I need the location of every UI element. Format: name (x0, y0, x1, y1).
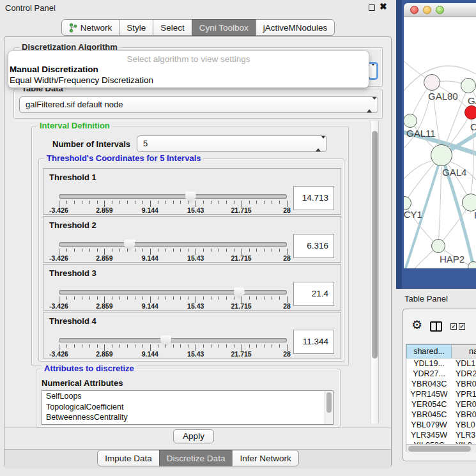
network-canvas[interactable]: GAL80GACGAL11GAL4GCY1HHAP2 (404, 17, 476, 268)
tick-mark (112, 344, 112, 348)
tick-mark (119, 201, 120, 204)
tick-mark (211, 296, 211, 300)
checkbox-icon[interactable]: ✓ (450, 323, 457, 330)
columns-icon[interactable] (430, 321, 442, 332)
table-row[interactable]: YDL19...YDL1 (406, 358, 476, 369)
network-node[interactable] (424, 74, 440, 91)
tick-label: -3.426 (49, 350, 68, 358)
checkbox-icon[interactable]: ✓ (459, 323, 465, 330)
table-row[interactable]: YBR043CYBR0 (406, 379, 476, 389)
table-cell-shared-name: YER054C (406, 399, 452, 410)
tick-mark (66, 296, 67, 300)
tab-select[interactable]: Select (153, 19, 192, 36)
table-cell-shared-name: YLR345W (406, 430, 452, 440)
tab-network[interactable]: Network (61, 19, 120, 36)
content-scrollbar[interactable] (370, 121, 379, 424)
network-node[interactable] (431, 144, 452, 166)
tab-cyni-toolbox[interactable]: Cyni Toolbox (192, 19, 256, 36)
algorithm-option-equal-width[interactable]: Equal Width/Frequency Discretization (10, 75, 153, 85)
zoom-traffic-light[interactable] (436, 6, 444, 14)
tick-mark (203, 249, 204, 252)
minimize-traffic-light[interactable] (423, 6, 431, 14)
tick-mark (74, 296, 75, 300)
network-node[interactable] (431, 239, 445, 253)
table-row[interactable]: YER054CYER0 (406, 399, 476, 410)
network-window-titlebar[interactable] (404, 3, 476, 17)
network-node[interactable] (468, 261, 476, 268)
table-cell-shared-name: YBR043C (406, 379, 452, 389)
tab-impute-data[interactable]: Impute Data (97, 450, 160, 466)
list-item[interactable]: BetweennessCentrality (42, 412, 333, 423)
threshold-value-field[interactable]: 11.344 (293, 330, 334, 354)
attributes-scrollbar[interactable] (325, 391, 333, 424)
threshold-value-field[interactable]: 6.316 (293, 234, 334, 258)
network-node[interactable] (461, 78, 476, 93)
tick-label: 2.859 (96, 302, 112, 310)
tick-mark (97, 201, 98, 204)
attributes-group-title: Attributes to discretize (42, 364, 137, 373)
tab-discretize-data[interactable]: Discretize Data (159, 450, 233, 466)
tick-label: 28 (283, 350, 291, 358)
table-cell-name: YPR1 (452, 389, 476, 399)
table-hscrollbar[interactable] (406, 444, 476, 452)
threshold-value-field[interactable]: 14.713 (293, 186, 334, 210)
network-node[interactable] (462, 194, 476, 211)
network-view-window: GAL80GACGAL11GAL4GCY1HHAP2 (404, 3, 476, 268)
slider-track[interactable] (59, 338, 287, 342)
table-row[interactable]: YLR345WYLR3 (406, 430, 476, 440)
slider-track[interactable] (59, 194, 287, 199)
tick-mark (188, 344, 188, 348)
algorithm-dropdown-popup: Select algorithm to view settings Manual… (8, 51, 369, 88)
tab-style[interactable]: Style (119, 19, 153, 36)
slider-ticks (59, 201, 287, 207)
table-hscrollbar-thumb[interactable] (408, 446, 471, 452)
tick-mark (89, 344, 90, 348)
list-item[interactable]: SelfLoops (42, 391, 333, 402)
tick-mark (226, 296, 227, 300)
tick-mark (66, 344, 67, 348)
table-data-combobox[interactable]: galFiltered.sif default node (19, 96, 378, 113)
table-row[interactable]: YDR27...YDR2 (406, 369, 476, 379)
threshold-label: Threshold 2 (49, 220, 96, 230)
top-tab-bar: Network Style Select Cyni Toolbox jActiv… (0, 19, 396, 36)
tab-jactivemnodules[interactable]: jActiveMNodules (256, 19, 335, 36)
threshold-value-field[interactable]: 21.4 (293, 282, 334, 306)
slider-track[interactable] (59, 290, 287, 295)
table-row[interactable]: YPR145WYPR1 (406, 389, 476, 399)
content-scrollbar-thumb[interactable] (372, 131, 378, 358)
tick-mark (142, 296, 143, 300)
column-header-shared[interactable]: shared... (406, 344, 452, 358)
column-header-name[interactable]: na (452, 344, 476, 358)
tick-label: 21.715 (231, 302, 252, 310)
tick-mark (256, 344, 257, 348)
tick-label: 15.43 (187, 206, 204, 214)
tick-label: 28 (283, 254, 291, 262)
table-row[interactable]: YBR045CYBR0 (406, 410, 476, 420)
attributes-scrollbar-thumb[interactable] (326, 392, 332, 413)
close-traffic-light[interactable] (410, 6, 418, 14)
slider-track[interactable] (59, 242, 287, 247)
table-cell-shared-name: YBL079W (406, 420, 452, 430)
control-panel-window: Control Panel ✖ Network Style Select (0, 0, 396, 476)
network-node[interactable] (404, 114, 417, 128)
list-item[interactable]: TopologicalCoefficient (42, 402, 333, 413)
algorithm-option-manual[interactable]: Manual Discretization (10, 65, 98, 74)
tick-label: 2.859 (96, 254, 112, 262)
table-row[interactable]: YBL079WYBL0 (406, 420, 476, 430)
tick-mark (97, 296, 98, 300)
table-cell-name: YER0 (452, 399, 476, 410)
float-window-icon[interactable] (369, 4, 375, 11)
tick-mark (173, 201, 174, 204)
apply-button[interactable]: Apply (173, 429, 214, 443)
tick-mark (279, 201, 280, 204)
numerical-attributes-list[interactable]: SelfLoopsTopologicalCoefficientBetweenne… (42, 390, 334, 425)
number-of-intervals-combobox[interactable]: 5 (137, 135, 327, 152)
tick-mark (256, 296, 257, 300)
close-icon[interactable]: ✖ (380, 1, 387, 12)
gear-icon[interactable]: ⚙ (411, 319, 422, 331)
network-node[interactable] (464, 105, 476, 119)
tick-mark (173, 249, 174, 252)
tick-mark (66, 249, 67, 252)
tab-infer-network[interactable]: Infer Network (232, 450, 298, 466)
network-icon (69, 23, 77, 33)
